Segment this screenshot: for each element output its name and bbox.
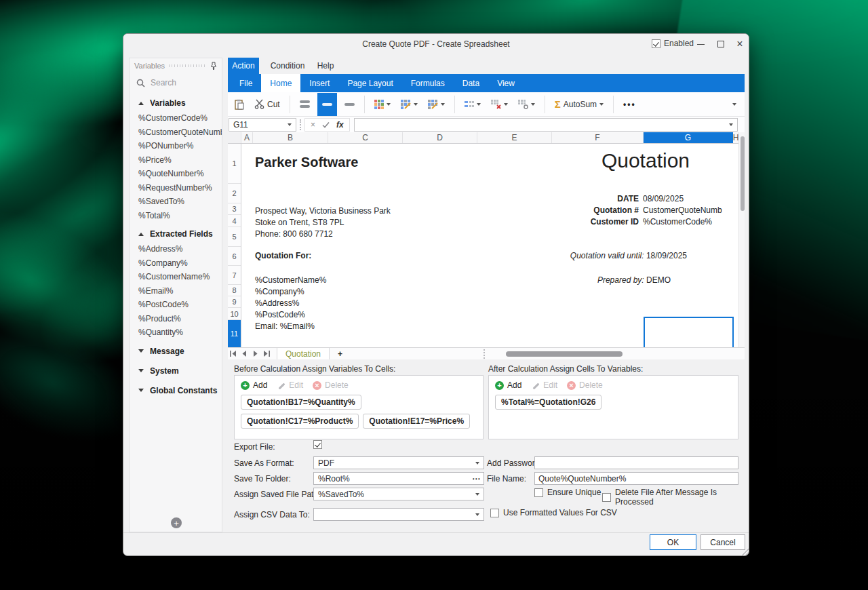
ribbon-tab-page-layout[interactable]: Page Layout [338,74,401,92]
ribbon-tab-formulas[interactable]: Formulas [402,74,454,92]
first-sheet-button[interactable] [228,349,239,359]
confirm-entry-icon[interactable] [322,121,330,128]
variable-item[interactable]: %PostCode% [130,298,222,312]
add-sheet-button[interactable]: + [330,349,351,359]
delete-file-option[interactable]: Delete File After Message Is Processed [602,488,745,507]
row-header-10[interactable]: 10 [228,308,241,320]
variable-item[interactable]: %QuoteNumber% [130,167,222,181]
ensure-unique-checkbox[interactable] [534,488,543,497]
customer-line-cell[interactable]: %CustomerName% [255,275,326,286]
sheet-content[interactable]: Parker Software Quotation Prospect Way, … [241,144,738,347]
ok-button[interactable]: OK [650,534,696,550]
variable-item[interactable]: %CustomerName% [130,270,222,284]
quote-number-label-cell[interactable]: Quotation # [503,205,639,215]
row-header-5[interactable]: 5 [228,227,241,247]
cancel-button[interactable]: Cancel [701,534,745,550]
tree-section-header[interactable]: Global Constants [130,382,222,399]
sheet-tab-quotation[interactable]: Quotation [277,348,330,359]
paste-button[interactable] [232,95,247,114]
maximize-button[interactable] [713,37,728,52]
edit-assignment-button[interactable]: Edit [531,380,557,390]
tree-section-header[interactable]: Extracted Fields [130,226,222,242]
customer-line-cell[interactable]: Email: %Email% [255,321,326,332]
row-header-8[interactable]: 8 [228,285,241,296]
ensure-unique-option[interactable]: Ensure Unique [534,488,601,497]
cell-name-box[interactable]: G11 [229,118,296,132]
date-label-cell[interactable]: DATE [503,194,639,203]
assign-saved-file-select[interactable]: %SavedTo% [313,488,484,500]
row-header-6[interactable]: 6 [228,247,241,266]
variable-item[interactable]: %Total% [130,209,222,223]
column-header-e[interactable]: E [477,132,552,143]
customer-lines-cells[interactable]: %CustomerName%%Company%%Address%%PostCod… [255,275,326,332]
prepared-by-cell[interactable]: Prepared by: DEMO [597,275,671,285]
resize-grip[interactable] [742,549,749,555]
column-header-g-selected[interactable]: G [644,132,733,143]
column-header-b[interactable]: B [253,132,328,143]
variable-item[interactable]: %Company% [130,256,222,271]
cancel-entry-icon[interactable]: × [311,120,315,130]
cut-button[interactable]: Cut [252,95,283,114]
selected-cell-outline-g11[interactable] [644,317,734,347]
use-formatted-option[interactable]: Use Formatted Values For CSV [490,508,617,517]
ribbon-tab-view[interactable]: View [488,74,524,92]
row-header-4[interactable]: 4 [228,215,241,227]
tree-section-header[interactable]: System [130,363,222,379]
enabled-toggle[interactable]: Enabled [652,39,694,48]
variable-item[interactable]: %PONumber% [130,139,222,153]
assignment-chip[interactable]: Quotation!C17=%Product% [241,414,359,429]
add-assignment-button[interactable]: + Add [495,380,521,390]
add-assignment-button[interactable]: + Add [241,380,267,390]
insert-function-button[interactable]: fx [336,120,344,130]
cell-styles-button[interactable] [372,95,393,114]
customer-id-label-cell[interactable]: Customer ID [503,217,639,227]
delete-cells-button[interactable] [488,95,511,114]
horizontal-scrollbar-thumb[interactable] [506,351,623,357]
variable-item[interactable]: %CustomerCode% [130,111,222,125]
ribbon-tab-insert[interactable]: Insert [300,74,338,92]
variable-item[interactable]: %Price% [130,153,222,168]
pin-icon[interactable] [210,62,217,70]
save-to-folder-field[interactable]: %Root% ⋯ [313,472,484,485]
next-sheet-button[interactable] [250,349,260,359]
valid-until-cell[interactable]: Quotation valid until: 18/09/2025 [570,251,687,260]
variable-item[interactable]: %RequestNumber% [130,181,222,195]
row-header-7[interactable]: 7 [228,266,241,285]
tab-condition[interactable]: Condition [267,58,309,74]
assign-csv-select[interactable] [313,508,484,521]
document-title-cell[interactable]: Quotation [601,149,690,172]
column-header-a[interactable]: A [241,132,253,143]
file-name-input[interactable] [534,472,738,485]
row-header-9[interactable]: 9 [228,296,241,308]
last-sheet-button[interactable] [260,349,271,359]
customer-id-value-cell[interactable]: %CustomerCode% [643,217,712,227]
tab-action[interactable]: Action [228,58,259,74]
select-all-corner[interactable] [228,132,241,143]
vertical-scrollbar[interactable] [738,132,745,347]
vertical-scrollbar-thumb[interactable] [741,136,745,211]
row-header-1[interactable]: 1 [228,144,241,184]
add-variable-button[interactable]: + [171,517,182,528]
browse-ellipsis-button[interactable]: ⋯ [472,474,481,484]
title-bar[interactable]: Create Quote PDF - Create Spreadsheet En… [123,34,749,54]
tab-help[interactable]: Help [313,58,338,74]
delete-file-checkbox[interactable] [602,493,611,502]
assignment-chip[interactable]: %Total%=Quotation!G26 [495,395,601,410]
quote-number-value-cell[interactable]: CustomerQuoteNumb [643,205,722,215]
minimize-button[interactable] [693,37,708,52]
enabled-checkbox[interactable] [652,39,660,48]
variable-item[interactable]: %Product% [130,312,222,326]
company-address-cell[interactable]: Prospect Way, Victoria Business Park Sto… [255,205,391,240]
toolbar-overflow-button[interactable]: ••• [620,95,639,114]
conditional-format-button[interactable] [425,95,448,114]
row-header-2[interactable]: 2 [228,184,241,203]
column-header-h[interactable]: H [733,132,738,143]
use-formatted-checkbox[interactable] [490,509,499,517]
edit-assignment-button[interactable]: Edit [277,380,303,390]
company-name-cell[interactable]: Parker Software [255,155,358,170]
search-box[interactable]: Search [130,73,222,92]
date-value-cell[interactable]: 08/09/2025 [643,194,684,203]
variable-item[interactable]: %Email% [130,284,222,298]
customer-line-cell[interactable]: %Address% [255,298,326,309]
row-header-11-selected[interactable]: 11 [228,320,241,347]
